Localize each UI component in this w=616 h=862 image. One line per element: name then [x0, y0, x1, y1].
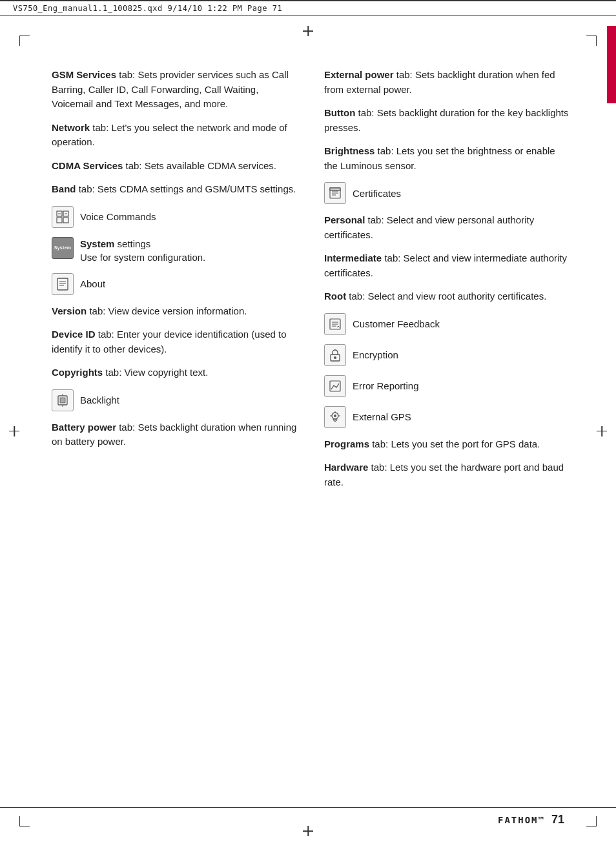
personal-para: Personal tab: Select and view personal a…: [324, 213, 571, 242]
external-gps-row: External GPS: [324, 406, 571, 428]
system-text: System settings Use for system configura…: [80, 237, 205, 264]
error-reporting-label: Error Reporting: [353, 380, 419, 391]
encryption-icon: [324, 344, 346, 366]
band-text: tab: Sets CDMA settings and GSM/UMTS set…: [79, 183, 296, 194]
cdma-services-para: CDMA Services tab: Sets available CDMA s…: [52, 159, 298, 174]
button-bold: Button: [324, 107, 355, 118]
svg-rect-18: [330, 188, 340, 190]
copyrights-text: tab: View copyright text.: [105, 367, 208, 378]
external-power-bold: External power: [324, 69, 394, 80]
network-bold: Network: [52, 122, 90, 133]
network-para: Network tab: Let's you select the networ…: [52, 121, 298, 150]
svg-point-31: [334, 415, 336, 417]
band-bold: Band: [52, 183, 76, 194]
external-power-para: External power tab: Sets backlight durat…: [324, 68, 571, 97]
certificates-label: Certificates: [353, 188, 401, 199]
red-accent-bar: [607, 26, 616, 103]
encryption-row: Encryption: [324, 344, 571, 366]
customer-feedback-label: Customer Feedback: [353, 318, 440, 329]
main-content: GSM Services tab: Sets provider services…: [0, 16, 616, 550]
svg-rect-2: [57, 218, 62, 223]
band-para: Band tab: Sets CDMA settings and GSM/UMT…: [52, 182, 298, 197]
customer-feedback-icon: [324, 313, 346, 335]
copyrights-para: Copyrights tab: View copyright text.: [52, 365, 298, 380]
encryption-label: Encryption: [353, 349, 398, 360]
external-gps-icon: [324, 406, 346, 428]
cdma-bold: CDMA Services: [52, 160, 123, 171]
brightness-bold: Brightness: [324, 145, 375, 156]
gsm-bold: GSM Services: [52, 69, 116, 80]
personal-bold: Personal: [324, 214, 365, 225]
header-bar: VS750_Eng_manual1.1_100825.qxd 9/14/10 1…: [0, 0, 616, 16]
system-subtitle: settings: [118, 238, 151, 249]
button-text: tab: Sets backlight duration for the key…: [324, 107, 569, 133]
battery-bold: Battery power: [52, 422, 116, 433]
left-column: GSM Services tab: Sets provider services…: [52, 68, 298, 498]
hardware-para: Hardware tab: Lets you set the hardware …: [324, 460, 571, 489]
voice-commands-label: Voice Commands: [80, 211, 156, 222]
intermediate-bold: Intermediate: [324, 252, 382, 263]
battery-power-para: Battery power tab: Sets backlight durati…: [52, 420, 298, 449]
right-column: External power tab: Sets backlight durat…: [324, 68, 571, 498]
backlight-label: Backlight: [80, 395, 119, 405]
external-gps-label: External GPS: [353, 411, 411, 422]
about-row: About: [52, 273, 298, 295]
svg-rect-11: [60, 398, 65, 403]
svg-rect-6: [57, 278, 68, 290]
voice-commands-icon: [52, 206, 74, 228]
brightness-para: Brightness tab: Lets you set the brightn…: [324, 144, 571, 173]
customer-feedback-row: Customer Feedback: [324, 313, 571, 335]
certificates-row: Certificates: [324, 182, 571, 204]
system-icon: System: [52, 237, 74, 259]
corner-mark-tl: [19, 36, 30, 46]
about-icon: [52, 273, 74, 295]
backlight-icon: [52, 389, 74, 411]
gsm-services-para: GSM Services tab: Sets provider services…: [52, 68, 298, 112]
about-label: About: [80, 278, 105, 289]
system-title: System settings: [80, 237, 205, 251]
device-id-bold: Device ID: [52, 329, 96, 340]
intermediate-para: Intermediate tab: Select and view interm…: [324, 251, 571, 280]
system-settings-row: System System settings Use for system co…: [52, 237, 298, 264]
programs-para: Programs tab: Lets you set the port for …: [324, 437, 571, 452]
footer-brand: FATHOM™: [498, 815, 545, 825]
certificates-icon: [324, 182, 346, 204]
cdma-text: tab: Sets available CDMA services.: [126, 160, 276, 171]
root-text: tab: Select and view root authority cert…: [349, 291, 546, 302]
error-reporting-icon: [324, 375, 346, 397]
system-bold: System: [80, 238, 114, 249]
copyrights-bold: Copyrights: [52, 367, 103, 378]
root-bold: Root: [324, 291, 346, 302]
backlight-row: Backlight: [52, 389, 298, 411]
footer: FATHOM™ 71: [0, 807, 616, 826]
programs-bold: Programs: [324, 438, 369, 449]
programs-text: tab: Lets you set the port for GPS data.: [372, 438, 540, 449]
svg-point-24: [334, 356, 336, 359]
system-desc: Use for system configuration.: [80, 251, 205, 264]
footer-page-number: 71: [551, 813, 564, 826]
root-para: Root tab: Select and view root authority…: [324, 289, 571, 304]
voice-commands-row: Voice Commands: [52, 206, 298, 228]
version-para: Version tab: View device version informa…: [52, 304, 298, 319]
error-reporting-row: Error Reporting: [324, 375, 571, 397]
svg-rect-3: [63, 218, 68, 223]
hardware-bold: Hardware: [324, 462, 368, 473]
button-para: Button tab: Sets backlight duration for …: [324, 106, 571, 135]
header-text: VS750_Eng_manual1.1_100825.qxd 9/14/10 1…: [13, 4, 282, 13]
version-text: tab: View device version information.: [89, 305, 247, 316]
device-id-para: Device ID tab: Enter your device identif…: [52, 327, 298, 356]
corner-mark-tr: [586, 36, 597, 46]
version-bold: Version: [52, 305, 87, 316]
